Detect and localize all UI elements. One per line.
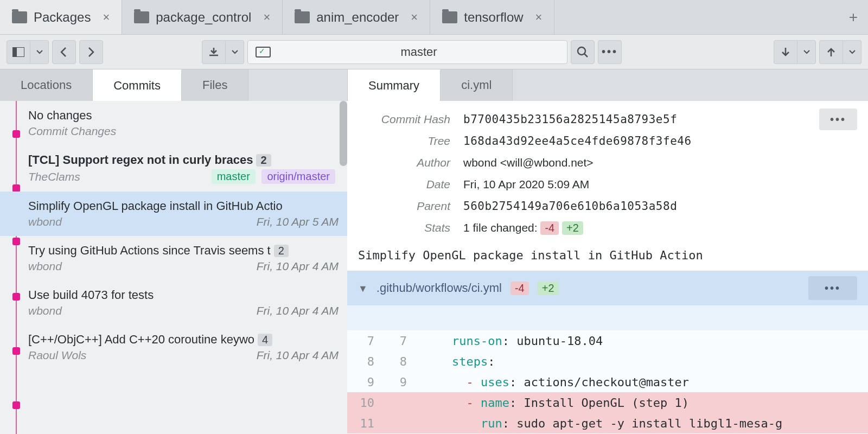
arrow-down-icon (781, 47, 790, 58)
branch-selector[interactable]: master (247, 40, 567, 64)
commit-row[interactable]: Simplify OpenGL package install in GitHu… (0, 192, 347, 236)
meta-key: Parent (358, 200, 450, 213)
repo-tab-label: Packages (34, 10, 91, 25)
wc-title: No changes (28, 108, 339, 123)
repo-tab[interactable]: tensorflow × (430, 0, 554, 34)
meta-parent: 560b2754149a706e610b6a1053a58d (463, 200, 857, 213)
pull-button[interactable] (774, 40, 797, 64)
stash-icon (208, 47, 219, 58)
repo-tab-label: anim_encoder (316, 10, 399, 25)
tab-summary[interactable]: Summary (348, 69, 441, 101)
repo-tab[interactable]: package_control × (122, 0, 283, 34)
commit-row[interactable]: Try using GitHub Actions since Travis se… (26, 236, 347, 280)
chevron-down-icon (36, 50, 43, 54)
commit-count-badge: 2 (274, 245, 289, 257)
tab-file[interactable]: ci.yml (441, 69, 513, 101)
tab-label: Commits (113, 79, 161, 93)
chevron-down-icon (232, 50, 238, 54)
meta-date: Fri, 10 Apr 2020 5:09 AM (463, 178, 857, 191)
commit-row[interactable]: [TCL] Support regex not in curly braces2… (26, 145, 347, 192)
arrow-up-icon (827, 47, 835, 58)
pull-dropdown[interactable] (797, 40, 816, 64)
tab-files[interactable]: Files (182, 69, 248, 101)
diff-line-removed: 11 run: sudo apt-get -y install libgl1-m… (347, 413, 868, 433)
svg-line-3 (584, 54, 588, 57)
commit-title: [C++/ObjC++] Add C++20 coroutine keywo4 (28, 333, 339, 347)
chevron-down-icon (849, 50, 856, 54)
view-tabs-row: Locations Commits Files Summary ci.yml (0, 69, 868, 101)
commit-refs: master origin/master (212, 169, 339, 184)
stash-button[interactable] (202, 40, 226, 64)
ref-badge-local: master (212, 169, 256, 184)
ellipsis-icon: ••• (830, 113, 846, 126)
repo-tab[interactable]: anim_encoder × (283, 0, 430, 34)
file-actions-button[interactable]: ••• (808, 276, 857, 300)
push-group (819, 40, 861, 64)
commit-author: TheClams (28, 170, 80, 183)
ellipsis-icon: ••• (602, 46, 618, 58)
commit-actions-button[interactable]: ••• (819, 108, 857, 130)
close-icon[interactable]: × (263, 11, 270, 23)
terminal-check-icon (256, 47, 271, 58)
more-button[interactable]: ••• (598, 40, 622, 64)
commit-count-badge: 4 (258, 334, 272, 346)
sidebar-toggle-group (7, 40, 49, 64)
repo-tab-bar: Packages × package_control × anim_encode… (0, 0, 868, 35)
close-icon[interactable]: × (535, 11, 542, 23)
diff-line-removed: 10 - name: Install OpenGL (step 1) (347, 392, 868, 413)
folder-icon (134, 11, 149, 23)
tab-label: Summary (368, 79, 419, 93)
tab-label: ci.yml (461, 78, 492, 92)
stash-dropdown[interactable] (226, 40, 244, 64)
nav-back-button[interactable] (52, 40, 76, 64)
folder-icon (295, 11, 310, 23)
close-icon[interactable]: × (411, 11, 418, 23)
old-lineno: 8 (347, 355, 380, 368)
meta-hash: b7700435b23156a2825145a8793e5f (463, 113, 857, 126)
meta-key: Stats (358, 221, 450, 234)
diff-view: 7 7 runs-on: ubuntu-18.04 8 8 steps: 9 9… (347, 305, 868, 434)
repo-tab[interactable]: Packages × (0, 0, 122, 34)
stash-group (202, 40, 244, 64)
commit-author: Raoul Wols (28, 349, 86, 362)
commit-date: Fri, 10 Apr 4 AM (257, 304, 339, 317)
add-tab-button[interactable]: + (839, 0, 868, 34)
main-split: No changes Commit Changes [TCL] Support … (0, 101, 868, 434)
commit-row[interactable]: [C++/ObjC++] Add C++20 coroutine keywo4 … (26, 325, 347, 369)
sidebar-toggle-button[interactable] (7, 40, 30, 64)
commit-row[interactable]: Use build 4073 for tests wbond Fri, 10 A… (26, 280, 347, 325)
old-lineno: 7 (347, 334, 380, 348)
repo-tab-label: tensorflow (464, 10, 523, 25)
stat-added: +2 (562, 221, 583, 235)
working-copy-row[interactable]: No changes Commit Changes (26, 101, 347, 145)
file-removed: -4 (510, 282, 529, 295)
ref-badge-remote: origin/master (261, 169, 335, 184)
file-added: +2 (538, 282, 559, 295)
commit-title: Simplify OpenGL package install in GitHu… (28, 199, 339, 213)
close-icon[interactable]: × (103, 11, 110, 23)
commit-title: Try using GitHub Actions since Travis se… (28, 244, 339, 258)
disclosure-triangle-icon: ▼ (358, 283, 368, 295)
new-lineno: 8 (380, 355, 412, 368)
push-button[interactable] (819, 40, 843, 64)
search-icon (577, 46, 589, 58)
tab-commits[interactable]: Commits (93, 69, 182, 101)
diff-file-header[interactable]: ▼ .github/workflows/ci.yml -4 +2 ••• (347, 271, 868, 305)
commit-author: wbond (28, 304, 62, 317)
folder-icon (442, 11, 457, 23)
commit-date: Fri, 10 Apr 5 AM (257, 215, 339, 228)
commit-graph (11, 101, 22, 434)
tab-label: Locations (21, 78, 72, 92)
nav-forward-button[interactable] (79, 40, 103, 64)
commit-title: Use build 4073 for tests (28, 288, 339, 302)
search-button[interactable] (571, 40, 595, 64)
old-lineno: 11 (347, 417, 380, 430)
push-dropdown[interactable] (843, 40, 861, 64)
diff-line: 9 9 - uses: actions/checkout@master (347, 372, 868, 392)
meta-tree: 168da43d92ee4a5ce4fde69878f3fe46 (463, 135, 857, 148)
sidebar-toggle-dropdown[interactable] (30, 40, 49, 64)
new-lineno: 9 (380, 375, 412, 389)
tab-locations[interactable]: Locations (0, 69, 93, 101)
meta-key: Author (358, 156, 450, 169)
meta-key: Commit Hash (358, 113, 450, 126)
